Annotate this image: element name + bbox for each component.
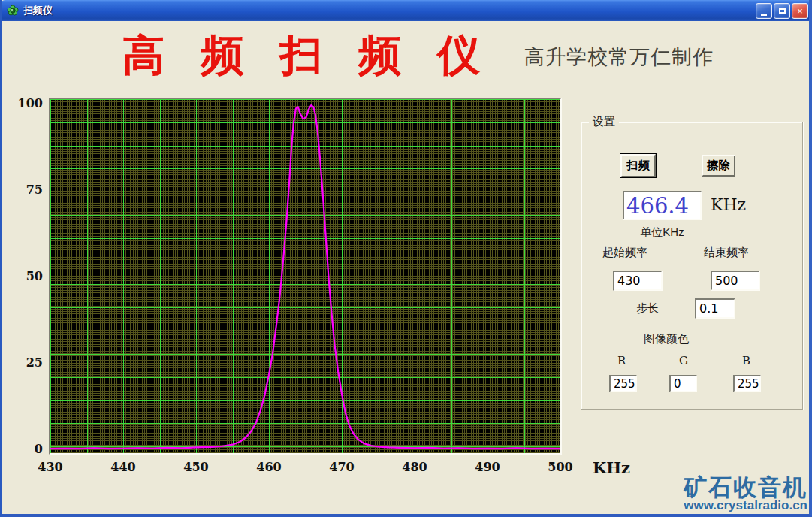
step-label: 步长 [636,301,659,316]
y-tick-label: 100 [11,96,43,110]
x-tick-label: 460 [256,460,281,474]
settings-legend: 设置 [589,115,619,129]
x-tick-label: 450 [183,460,208,474]
y-tick-label: 0 [11,442,43,456]
y-tick-label: 75 [11,183,43,197]
y-axis: 1007550250 [11,98,44,452]
blue-label: B [742,354,750,367]
sweep-button[interactable]: 扫频 [620,154,656,177]
watermark-site-name: 矿石收音机 [684,475,807,500]
x-axis: 430440450460470480490500 [50,460,560,476]
close-icon: × [797,6,803,16]
green-label: G [679,354,688,367]
y-tick-label: 50 [11,269,43,283]
minimize-icon [761,14,767,16]
close-button[interactable]: × [792,3,808,19]
sweep-curve [50,99,560,453]
frequency-unit-label: KHz [711,195,746,214]
window-title: 扫频仪 [23,4,756,17]
image-color-label: 图像颜色 [644,332,689,346]
x-tick-label: 490 [475,460,500,474]
x-tick-label: 480 [402,460,427,474]
x-axis-unit-label: KHz [593,458,630,477]
page-title: 高 频 扫 频 仪 [115,27,498,87]
title-bar[interactable]: 扫频仪 × [0,0,812,21]
x-tick-label: 440 [110,460,135,474]
maximize-button[interactable] [774,3,790,19]
red-value-input[interactable] [609,375,637,392]
step-input[interactable] [695,298,735,319]
page-subtitle: 高升学校常万仁制作 [524,44,742,71]
blue-value-input[interactable] [733,375,761,392]
x-tick-label: 430 [38,460,62,474]
green-value-input[interactable] [669,375,697,392]
app-flower-icon [6,4,20,17]
frequency-display[interactable] [623,191,702,220]
unit-label: 单位KHz [623,225,702,240]
watermark-site-url: www.crystalradio.cn [684,499,807,512]
settings-groupbox: 设置 扫频 擦除 KHz 单位KHz 起始频率 结束频率 步长 图像颜色 R G… [581,122,803,410]
start-frequency-input[interactable] [613,271,663,291]
maximize-icon [779,8,786,14]
sweep-chart-display [49,98,562,455]
start-frequency-label: 起始频率 [602,246,647,260]
x-tick-label: 470 [329,460,354,474]
app-window: 扫频仪 × 高 频 扫 频 仪 高升学校常万仁制作 1007550250 430… [0,0,812,517]
erase-button[interactable]: 擦除 [702,155,735,177]
end-frequency-label: 结束频率 [704,246,749,260]
red-label: R [617,354,626,367]
minimize-button[interactable] [756,3,772,19]
window-controls: × [756,3,808,19]
y-tick-label: 25 [11,355,43,370]
end-frequency-input[interactable] [711,271,760,291]
watermark: 矿石收音机 www.crystalradio.cn [684,475,807,512]
x-tick-label: 500 [548,460,572,474]
